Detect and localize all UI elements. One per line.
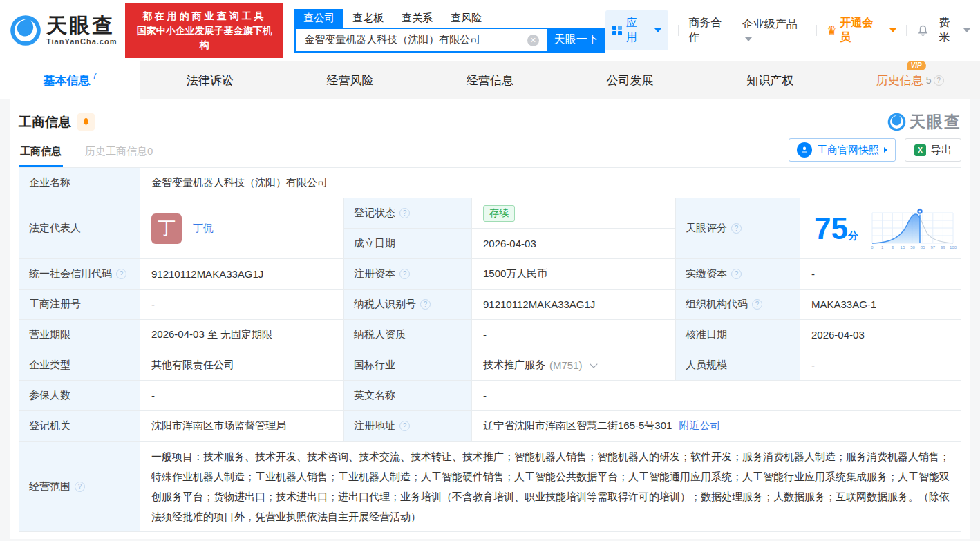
snapshot-button[interactable]: 工商官网快照	[789, 138, 896, 162]
help-icon[interactable]	[116, 269, 126, 279]
watermark-swirl-icon	[887, 113, 906, 131]
excel-icon	[914, 144, 926, 156]
top-header: 天眼查 TianYanCha.com 都在用的商业查询工具 国家中小企业发展子基…	[0, 0, 980, 61]
help-icon[interactable]	[934, 75, 944, 86]
tianyan-score-value: 75分	[814, 213, 858, 244]
legal-rep-avatar[interactable]: 丁	[151, 213, 182, 244]
caret-down-icon	[654, 28, 661, 32]
main-tabbar: 基本信息 7 法律诉讼 经营风险 经营信息 公司发展 知识产权 VIP 历史信息…	[0, 61, 980, 99]
clear-search-icon[interactable]	[527, 35, 539, 46]
tab-label: 经营风险	[326, 73, 373, 88]
help-icon[interactable]	[75, 482, 85, 492]
tab-count: 5	[926, 75, 932, 86]
tab-operating-risk[interactable]: 经营风险	[280, 61, 420, 99]
user-menu[interactable]: 费米	[939, 16, 970, 45]
field-label-credit-code: 统一社会信用代码	[19, 259, 140, 290]
notification-bell-icon[interactable]	[916, 24, 930, 37]
field-value-paid-capital: -	[800, 259, 961, 290]
help-icon[interactable]	[420, 299, 431, 310]
help-icon[interactable]	[731, 269, 742, 279]
nav-business-cooperation[interactable]: 商务合作	[688, 16, 733, 45]
help-icon[interactable]	[399, 421, 410, 431]
nearby-companies-link[interactable]: 附近公司	[679, 419, 720, 433]
divider	[906, 25, 907, 36]
tab-intellectual-property[interactable]: 知识产权	[700, 61, 840, 99]
field-value-taxpayer-quality: -	[472, 320, 676, 350]
username: 费米	[939, 16, 961, 45]
search-area: 查公司 查老板 查关系 查风险 天眼一下	[294, 9, 605, 53]
search-tab-relation[interactable]: 查关系	[393, 9, 442, 28]
help-icon[interactable]	[399, 269, 410, 279]
field-label-company-name: 企业名称	[19, 168, 140, 198]
help-icon[interactable]	[399, 208, 410, 218]
tab-company-development[interactable]: 公司发展	[560, 61, 700, 99]
field-value-insured-count: -	[140, 381, 344, 411]
search-tab-company[interactable]: 查公司	[294, 9, 343, 28]
table-row: 营业期限 2026-04-03 至 无固定期限 纳税人资质 - 核准日期 202…	[19, 320, 961, 350]
field-label-reg-number: 工商注册号	[19, 290, 140, 320]
field-value-reg-number: -	[140, 290, 344, 320]
field-label-taxpayer-quality: 纳税人资质	[344, 320, 472, 350]
field-value-industry[interactable]: 技术推广服务(M751)	[472, 350, 676, 381]
tab-legal-proceedings[interactable]: 法律诉讼	[140, 61, 281, 99]
export-label: 导出	[931, 144, 952, 157]
tab-label: 经营信息	[467, 73, 513, 88]
status-badge: 存续	[483, 205, 515, 222]
field-label-tianyan-score: 天眼评分	[676, 198, 800, 259]
section-title: 工商信息	[19, 113, 71, 131]
svg-text:50: 50	[910, 245, 915, 249]
watermark-logo: 天眼查	[887, 111, 961, 133]
tab-basic-info[interactable]: 基本信息 7	[0, 61, 140, 99]
chevron-down-icon[interactable]	[590, 360, 597, 368]
table-row: 登记机关 沈阳市浑南区市场监督管理局 注册地址 辽宁省沈阳市浑南区智慧二街165…	[19, 411, 961, 442]
top-nav: 应用 商务合作 企业级产品 ♛ 开通会员 费米	[605, 10, 970, 50]
svg-text:15: 15	[901, 245, 905, 249]
subscribe-bell-icon[interactable]	[77, 113, 95, 131]
field-label-establish-date: 成立日期	[344, 229, 472, 259]
vip-badge: VIP	[907, 61, 926, 70]
help-icon[interactable]	[731, 223, 742, 234]
svg-text:97: 97	[930, 245, 935, 249]
field-label-company-type: 企业类型	[19, 350, 140, 381]
tab-label: 法律诉讼	[187, 73, 234, 88]
field-label-legal-rep: 法定代表人	[19, 198, 140, 259]
field-label-taxpayer-id: 纳税人识别号	[344, 290, 472, 320]
apps-menu[interactable]: 应用	[605, 10, 668, 50]
field-value-company-name: 金智变量机器人科技（沈阳）有限公司	[140, 168, 961, 198]
nav-enterprise-products[interactable]: 企业级产品	[742, 17, 807, 44]
tab-business-info[interactable]: 经营信息	[420, 61, 560, 99]
crown-icon: ♛	[827, 25, 837, 37]
field-label-reg-address: 注册地址	[344, 411, 472, 442]
search-button[interactable]: 天眼一下	[547, 28, 605, 53]
snapshot-label: 工商官网快照	[817, 144, 879, 157]
logo-swirl-icon	[10, 15, 41, 46]
company-search-input[interactable]	[294, 28, 547, 53]
subtab-history-business-info[interactable]: 历史工商信息0	[84, 140, 154, 167]
legal-rep-link[interactable]: 丁侃	[193, 222, 214, 235]
tianyancha-logo[interactable]: 天眼查 TianYanCha.com	[10, 15, 117, 46]
help-icon[interactable]	[752, 299, 762, 310]
svg-text:100: 100	[950, 245, 957, 249]
field-value-tianyan-score[interactable]: 75分	[800, 198, 961, 259]
apps-label: 应用	[626, 16, 648, 45]
field-label-business-term: 营业期限	[19, 320, 140, 350]
nav-vip-upgrade[interactable]: ♛ 开通会员	[827, 16, 896, 45]
search-tab-boss[interactable]: 查老板	[343, 9, 393, 28]
field-value-reg-address: 辽宁省沈阳市浑南区智慧二街165-5号301 附近公司	[472, 411, 961, 442]
svg-text:1: 1	[881, 245, 884, 249]
search-tab-risk[interactable]: 查风险	[442, 9, 491, 28]
business-info-card: 工商信息 天眼查 工商信息 历史工商信息0	[10, 99, 970, 539]
field-label-org-code: 组织机构代码	[676, 290, 800, 320]
brand-domain: TianYanCha.com	[46, 38, 117, 46]
promo-line1: 都在用的商业查询工具	[132, 9, 276, 23]
field-value-credit-code: 91210112MAKA33AG1J	[140, 259, 344, 290]
caret-down-icon	[963, 28, 970, 32]
svg-text:3: 3	[892, 245, 894, 249]
table-row: 经营范围 一般项目：技术服务、技术开发、技术咨询、技术交流、技术转让、技术推广；…	[19, 442, 961, 531]
field-value-business-scope: 一般项目：技术服务、技术开发、技术咨询、技术交流、技术转让、技术推广；智能机器人…	[140, 442, 961, 531]
tab-history-info[interactable]: VIP 历史信息 5	[840, 61, 980, 99]
export-button[interactable]: 导出	[905, 138, 961, 162]
subtab-business-info[interactable]: 工商信息	[19, 140, 63, 167]
score-distribution-chart: 0 1 3 15 50 85 97 99 100	[863, 207, 957, 250]
field-label-reg-status: 登记状态	[344, 198, 472, 229]
